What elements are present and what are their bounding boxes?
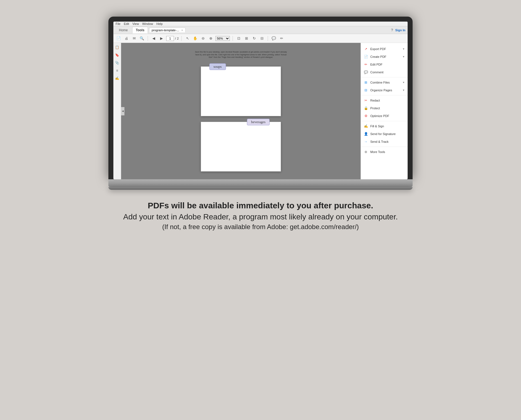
menu-help[interactable]: Help <box>156 22 163 25</box>
toolbar-prev-btn[interactable]: ◀ <box>151 35 157 42</box>
edit-pdf-label: Edit PDF <box>370 63 382 66</box>
toolbar-pen-icon[interactable]: ✏ <box>278 35 285 42</box>
redact-label: Redact <box>370 99 380 102</box>
tool-send-track[interactable]: → Send & Track <box>361 138 408 146</box>
caption-line2: Add your text in Adobe Reader, a program… <box>123 212 398 221</box>
toolbar-search-btn[interactable]: 🔍 <box>139 35 145 42</box>
toolbar-select-btn[interactable]: ↖ <box>184 35 191 42</box>
organize-pages-chevron: ▼ <box>402 89 405 92</box>
tool-more-tools[interactable]: ⊕ More Tools <box>361 148 408 156</box>
create-pdf-chevron: ▼ <box>402 55 405 58</box>
laptop-screen-outer: File Edit View Window Help Home Tools pr… <box>108 17 413 179</box>
sidebar-bookmark-icon[interactable]: 🔖 <box>114 52 120 58</box>
page-nav: / 2 <box>166 36 179 41</box>
combine-files-label: Combine Files <box>370 81 390 84</box>
instruction-text: Save this file to your desktop, open Acr… <box>194 51 288 59</box>
tab-document[interactable]: program-template-... × <box>149 28 186 32</box>
pdf-page-2: beverages <box>201 122 281 172</box>
optimize-pdf-icon: ⚙ <box>364 114 368 118</box>
toolbar-hand-btn[interactable]: ✋ <box>192 35 198 42</box>
tool-combine-files[interactable]: ⊞ Combine Files ▼ <box>361 79 408 86</box>
toolbar-email-btn[interactable]: ✉ <box>131 35 137 42</box>
right-panel: ↗ Export PDF ▼ 📄 Create PDF ▼ ✏ <box>361 43 408 179</box>
toolbar-fit-btn[interactable]: ⊡ <box>236 35 242 42</box>
optimize-pdf-label: Optimize PDF <box>370 114 389 118</box>
send-track-icon: → <box>364 139 368 144</box>
tool-edit-pdf[interactable]: ✏ Edit PDF <box>361 61 408 68</box>
toolbar-zoom-out-btn[interactable]: ⊖ <box>200 35 206 42</box>
organize-pages-label: Organize Pages <box>370 89 392 92</box>
pdf-page-1: soups <box>201 66 281 116</box>
tool-export-pdf[interactable]: ↗ Export PDF ▼ <box>361 45 408 53</box>
send-track-label: Send & Track <box>370 140 389 143</box>
page2-section-label: beverages <box>247 119 270 125</box>
toolbar-sep1 <box>148 36 148 41</box>
tab-nav: Home Tools program-template-... × <box>116 27 186 33</box>
send-signature-label: Send for Signature <box>370 132 396 136</box>
main-area: 📋 🔖 📎 ≡ ✍ ◀ Save this file to your deskt… <box>113 43 408 179</box>
toolbar-zoom-in-btn[interactable]: ⊕ <box>208 35 214 42</box>
toolbar-comment-icon[interactable]: 💬 <box>271 35 277 42</box>
menu-edit[interactable]: Edit <box>124 22 129 25</box>
tab-bar: Home Tools program-template-... × ? Sign… <box>113 26 408 34</box>
sidebar-attachment-icon[interactable]: 📎 <box>114 60 120 66</box>
protect-label: Protect <box>370 107 380 110</box>
create-pdf-label: Create PDF <box>370 55 386 58</box>
tool-create-pdf[interactable]: 📄 Create PDF ▼ <box>361 53 408 61</box>
panel-collapse-btn[interactable]: ◀ <box>121 107 124 115</box>
redact-icon: ✂ <box>364 98 368 103</box>
help-icon[interactable]: ? <box>391 28 393 32</box>
laptop-container: File Edit View Window Help Home Tools pr… <box>108 17 413 190</box>
left-sidebar: 📋 🔖 📎 ≡ ✍ <box>113 43 121 179</box>
toolbar-fullpage-btn[interactable]: ⊞ <box>243 35 249 42</box>
menu-view[interactable]: View <box>132 22 139 25</box>
sidebar-signature-icon[interactable]: ✍ <box>114 76 120 81</box>
toolbar-sep2 <box>181 36 182 41</box>
pdf-canvas: ◀ Save this file to your desktop, open A… <box>121 43 361 179</box>
toolbar-next-btn[interactable]: ▶ <box>158 35 165 42</box>
sign-in-area: ? Sign In <box>391 28 405 32</box>
tool-divider-2 <box>361 95 408 95</box>
toolbar-extra-btn[interactable]: ⊟ <box>259 35 265 42</box>
tool-fill-sign[interactable]: ✍ Fill & Sign <box>361 122 408 130</box>
tool-redact[interactable]: ✂ Redact <box>361 97 408 104</box>
tab-home[interactable]: Home <box>116 27 131 33</box>
sign-in-button[interactable]: Sign In <box>395 28 405 32</box>
fill-sign-icon: ✍ <box>364 124 368 128</box>
page-number-input[interactable] <box>166 36 174 41</box>
tool-divider-3 <box>361 121 408 121</box>
toolbar-rotate-btn[interactable]: ↻ <box>251 35 257 42</box>
menu-window[interactable]: Window <box>142 22 153 25</box>
tool-optimize-pdf[interactable]: ⚙ Optimize PDF <box>361 112 408 120</box>
combine-files-chevron: ▼ <box>402 81 405 84</box>
zoom-select[interactable]: 56% 75% 100% <box>215 36 230 41</box>
laptop-base <box>108 179 413 187</box>
toolbar-sep3 <box>233 36 233 41</box>
export-pdf-icon: ↗ <box>364 47 368 51</box>
comment-icon: 💬 <box>364 70 368 74</box>
toolbar-new-btn[interactable]: 📄 <box>116 35 122 42</box>
page1-section-label: soups <box>209 63 226 70</box>
tab-tools[interactable]: Tools <box>132 27 148 33</box>
sidebar-layers-icon[interactable]: ≡ <box>114 68 120 73</box>
more-tools-icon: ⊕ <box>364 150 368 154</box>
toolbar-print-btn[interactable]: 🖨 <box>123 35 129 42</box>
tab-close-button[interactable]: × <box>181 29 183 32</box>
menu-file[interactable]: File <box>116 22 121 25</box>
tool-divider-4 <box>361 147 408 147</box>
organize-pages-icon: ⊟ <box>364 88 368 92</box>
protect-icon: 🔒 <box>364 106 368 110</box>
tool-organize-pages[interactable]: ⊟ Organize Pages ▼ <box>361 86 408 94</box>
fill-sign-label: Fill & Sign <box>370 125 384 128</box>
caption-line3: (If not, a free copy is available from A… <box>123 223 398 231</box>
tool-send-signature[interactable]: 👤 Send for Signature <box>361 130 408 138</box>
tool-comment[interactable]: 💬 Comment <box>361 68 408 76</box>
toolbar: 📄 🖨 ✉ 🔍 ◀ ▶ / 2 ↖ ✋ ⊖ ⊕ <box>113 34 408 43</box>
edit-pdf-icon: ✏ <box>364 62 368 67</box>
export-pdf-label: Export PDF <box>370 47 386 51</box>
tool-protect[interactable]: 🔒 Protect <box>361 104 408 112</box>
sidebar-page-thumbnail-icon[interactable]: 📋 <box>114 45 120 50</box>
tab-doc-title: program-template-... <box>152 28 179 32</box>
create-pdf-icon: 📄 <box>364 55 368 59</box>
laptop-foot <box>108 187 413 190</box>
